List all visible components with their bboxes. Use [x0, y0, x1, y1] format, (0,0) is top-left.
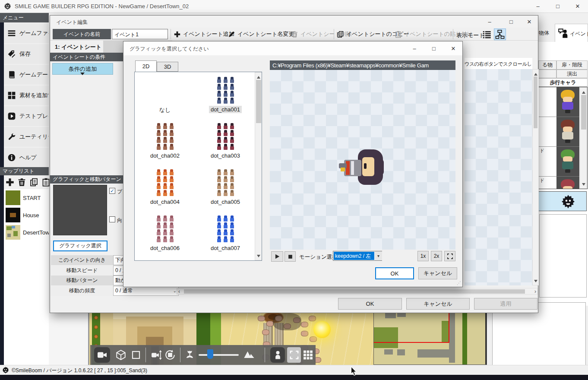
sidebar-item-3[interactable]: 素材を追加する [4, 86, 49, 105]
tab-3d[interactable]: 3D [157, 62, 178, 72]
sidebar-item-2[interactable]: ゲームデータを作 [4, 65, 49, 85]
app-root: SMILE GAME BUILDER RPG EDITION - NewGame… [0, 0, 588, 380]
graphic-list-scrollbar[interactable] [255, 72, 262, 260]
gear-character-icon [560, 194, 576, 209]
map-list-item-START[interactable]: START [4, 189, 49, 206]
walk-character-name [539, 87, 556, 117]
combo-chevron-icon[interactable]: ▾ [375, 251, 382, 260]
event-apply-button[interactable]: 適用 [474, 298, 537, 310]
camera-icon[interactable] [97, 350, 107, 360]
walk-character-item-1[interactable] [539, 117, 587, 147]
grid4-icon [7, 91, 16, 100]
motion-combobox[interactable]: keepdown2 / 左 ▾ [333, 251, 382, 261]
graphic-item-dot_cha003[interactable]: dot_cha003 [195, 122, 256, 168]
walk-character-item-3[interactable]: ド [539, 177, 587, 189]
event-close-button[interactable]: ✕ [522, 16, 537, 27]
close-button[interactable]: ✕ [570, 1, 585, 12]
sidebar-item-0[interactable]: ゲームファイル [4, 23, 49, 43]
motion-stop-button[interactable] [285, 251, 296, 262]
sprite-preview-canvas[interactable] [270, 70, 455, 250]
sidebar-item-1[interactable]: 保存 [4, 44, 49, 64]
expand-corners-icon [447, 253, 453, 260]
sidebar-item-4[interactable]: テストプレイ [4, 106, 49, 126]
walk-character-name: ド [539, 147, 556, 177]
fit-brackets-icon[interactable] [289, 350, 299, 360]
graphic-minimize-button[interactable]: – [407, 43, 422, 54]
paste-map-icon[interactable] [41, 177, 51, 187]
sheet-tab[interactable]: 1: イベントシート [51, 41, 103, 53]
scale-1x-button[interactable]: 1x [417, 251, 429, 261]
play-icon [7, 112, 16, 120]
graphic-maximize-button[interactable]: □ [426, 43, 442, 54]
graphic-item-dot_cha006[interactable]: dot_cha006 [135, 214, 195, 260]
subtab-2[interactable]: 演出 [556, 70, 588, 78]
zoom-out-mountain-icon[interactable] [243, 349, 255, 361]
scale-2x-button[interactable]: 2x [431, 251, 442, 261]
rename-sheet-button[interactable]: イベントシート名変更 [228, 29, 294, 39]
minimap-viewport-rect [449, 313, 449, 343]
resize-grip[interactable]: ⋰ [457, 281, 462, 286]
light-orb [313, 321, 331, 338]
zoom-in-flower-icon[interactable] [184, 349, 195, 361]
graphic-item-dot_cha007[interactable]: dot_cha007 [195, 214, 256, 260]
graphic-item-dot_cha005[interactable]: dot_cha005 [195, 168, 256, 214]
event-hscrollbar[interactable]: ‹ › [177, 288, 538, 294]
zoom-slider-track[interactable] [199, 354, 239, 356]
property-label-0: このイベントの向き [51, 255, 113, 265]
flow-view-button[interactable] [494, 28, 506, 40]
graphic-item-label: dot_cha001 [209, 106, 242, 113]
sidebar-item-6[interactable]: ヘルプ [4, 148, 49, 168]
motion-play-button[interactable] [271, 251, 283, 262]
map-name: House [23, 212, 39, 218]
person-icon[interactable] [273, 349, 283, 361]
preview-character-sprite [339, 149, 386, 190]
property-label-2: 移動パターン [51, 276, 113, 285]
event-preview-scrollbar[interactable] [532, 69, 539, 285]
event-name-input[interactable]: イベント1 [112, 29, 168, 39]
grid-toggle-icon[interactable] [303, 349, 313, 361]
minimize-button[interactable]: – [530, 1, 546, 12]
fullscreen-button[interactable] [444, 251, 455, 261]
graphic-close-button[interactable]: ✕ [446, 43, 461, 54]
camera-rotate-icon[interactable] [164, 349, 176, 361]
sidebar-item-5[interactable]: ユーティリティ [4, 127, 49, 147]
maximize-button[interactable]: □ [550, 1, 566, 12]
walk-character-item-2[interactable]: ド [539, 147, 587, 177]
copy-icon [337, 31, 344, 38]
select-graphic-button[interactable]: グラフィック選択 [53, 241, 107, 251]
event-ok-button[interactable]: OK [338, 298, 402, 310]
subtab-1[interactable]: 扉・階段 [556, 60, 588, 70]
tab-event[interactable]: イベント [555, 24, 588, 42]
copy-map-icon[interactable] [29, 177, 38, 187]
tab-object[interactable]: 物体 [539, 29, 554, 36]
event-maximize-button[interactable]: □ [503, 16, 519, 27]
zoom-slider-handle[interactable] [207, 349, 213, 359]
graphic-ok-button[interactable]: OK [375, 267, 414, 279]
graphic-item-dot_cha002[interactable]: dot_cha002 [135, 122, 195, 168]
delete-map-icon[interactable] [17, 177, 26, 187]
tab-2d[interactable]: 2D [135, 60, 157, 72]
subtab-0[interactable]: る物 [538, 60, 556, 70]
add-sheet-button[interactable]: イベントシート追加 [174, 29, 234, 39]
add-map-icon[interactable] [5, 177, 15, 187]
map-list-item-House[interactable]: House [4, 206, 49, 224]
event-preview-canvas[interactable] [465, 69, 532, 285]
graphic-item-none[interactable]: なし [135, 76, 195, 122]
list-view-icon[interactable] [482, 30, 492, 39]
event-dialog-titlebar[interactable]: イベント編集 – □ ✕ [50, 16, 538, 28]
graphic-item-dot_cha001[interactable]: dot_cha001 [195, 76, 256, 122]
event-minimize-button[interactable]: – [482, 16, 497, 27]
subtab-3[interactable]: 歩行キャラ [538, 78, 588, 87]
map-list-item-DesertTow[interactable]: DesertTow [4, 224, 49, 241]
square-icon[interactable] [131, 350, 141, 360]
gear-character-item[interactable] [538, 191, 587, 211]
graphic-cancel-button[interactable]: キャンセル [418, 267, 457, 279]
walk-character-thumbnail [556, 147, 579, 177]
minimap[interactable] [373, 312, 487, 365]
graphic-item-dot_cha004[interactable]: dot_cha004 [135, 168, 195, 214]
camera-height-icon[interactable] [151, 349, 162, 361]
graphic-dialog-titlebar[interactable]: グラフィックを選択してください – □ ✕ [123, 41, 462, 55]
event-cancel-button[interactable]: キャンセル [406, 298, 470, 310]
cube-icon[interactable] [115, 349, 126, 361]
walk-character-item-0[interactable] [539, 87, 587, 117]
